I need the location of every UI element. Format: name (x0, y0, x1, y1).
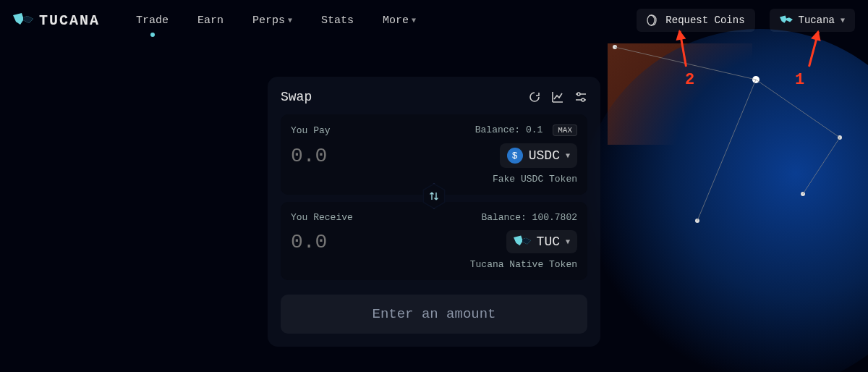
main-nav: Trade Earn Perps ▼ Stats More ▼ (136, 14, 416, 27)
request-coins-label: Request Coins (665, 14, 744, 26)
tuc-icon (514, 235, 531, 248)
nav-perps[interactable]: Perps ▼ (252, 14, 292, 27)
swap-toolbar (528, 90, 587, 103)
svg-point-9 (647, 15, 655, 25)
pay-token-desc: Fake USDC Token (291, 174, 577, 185)
annotation-1-label: 1 (795, 71, 804, 89)
svg-point-10 (577, 93, 580, 96)
network-selector-button[interactable]: Tucana ▼ (770, 9, 855, 32)
annotation-2: 2 (685, 30, 687, 67)
swap-arrows-icon (428, 190, 440, 202)
pay-token-symbol: USDC (529, 148, 560, 163)
chevron-down-icon: ▼ (841, 17, 845, 25)
brand-name: TUCANA (39, 12, 100, 29)
swap-header: Swap (281, 90, 587, 104)
settings-icon[interactable] (574, 90, 587, 103)
nav-earn[interactable]: Earn (197, 14, 224, 27)
receive-token-symbol: TUC (537, 234, 560, 249)
receive-amount-input[interactable] (291, 231, 399, 253)
annotation-1: 1 (808, 30, 810, 67)
receive-balance: Balance: 100.7802 (481, 212, 577, 223)
pay-token-selector[interactable]: $ USDC ▼ (500, 143, 577, 168)
tucana-logo-icon (13, 13, 33, 28)
pay-label: You Pay (291, 125, 331, 136)
receive-token-selector[interactable]: TUC ▼ (506, 230, 577, 253)
nav-more[interactable]: More ▼ (383, 14, 416, 27)
nav-trade[interactable]: Trade (136, 14, 169, 27)
max-button[interactable]: MAX (553, 124, 577, 136)
pay-balance: Balance: 0.1 (475, 124, 543, 135)
nav-stats[interactable]: Stats (321, 14, 354, 27)
svg-line-7 (803, 138, 840, 194)
chevron-down-icon: ▼ (566, 152, 570, 160)
chevron-down-icon: ▼ (288, 17, 292, 25)
network-label: Tucana (799, 14, 835, 26)
logo[interactable]: TUCANA (13, 12, 100, 29)
annotation-2-label: 2 (685, 71, 694, 89)
usdc-icon: $ (507, 148, 523, 164)
pay-amount-input[interactable] (291, 145, 399, 167)
constellation-lines (579, 36, 868, 253)
refresh-icon[interactable] (528, 90, 541, 103)
pay-box: You Pay Balance: 0.1 MAX $ USDC ▼ Fake U… (281, 114, 587, 195)
coins-icon (647, 14, 660, 26)
swap-action-button[interactable]: Enter an amount (281, 295, 587, 334)
chevron-down-icon: ▼ (566, 238, 570, 246)
tucana-small-icon (780, 15, 793, 25)
receive-token-desc: Tucana Native Token (291, 259, 577, 270)
svg-line-8 (697, 80, 756, 221)
svg-point-11 (582, 98, 584, 101)
nav-more-label: More (383, 14, 409, 27)
nav-perps-label: Perps (252, 14, 285, 27)
chevron-down-icon: ▼ (412, 17, 416, 25)
swap-title: Swap (281, 90, 312, 104)
chart-icon[interactable] (551, 90, 564, 103)
header: TUCANA Trade Earn Perps ▼ Stats More ▼ R… (0, 0, 868, 41)
request-coins-button[interactable]: Request Coins (637, 9, 754, 32)
receive-label: You Receive (291, 212, 353, 223)
swap-card: Swap You Pay Balance: 0.1 MAX $ (268, 77, 600, 347)
receive-box: You Receive Balance: 100.7802 TUC ▼ Tuca… (281, 202, 587, 280)
